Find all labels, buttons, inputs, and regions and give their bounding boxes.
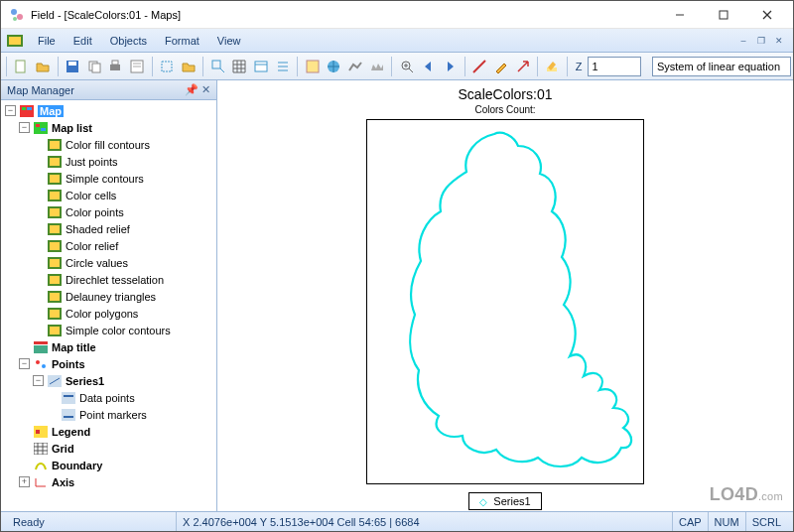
layer-icon [47, 239, 63, 253]
open-button[interactable] [33, 56, 54, 77]
chart-title: ScaleColors:01 [459, 86, 553, 102]
tree-node-boundary[interactable]: Boundary [1, 457, 216, 473]
open2-button[interactable] [178, 56, 198, 77]
next-button[interactable] [440, 56, 461, 77]
menubar: File Edit Objects Format View – ❐ ✕ [1, 29, 793, 53]
measure-button[interactable] [469, 56, 490, 77]
tree-node-layer[interactable]: Just points [1, 153, 216, 170]
svg-rect-14 [110, 65, 120, 70]
svg-rect-8 [9, 37, 21, 45]
number-input[interactable] [588, 57, 641, 76]
collapse-icon[interactable]: − [33, 375, 44, 386]
layer-icon [47, 324, 63, 337]
zoom-area-button[interactable] [207, 56, 228, 77]
boundary-icon [33, 459, 49, 472]
list-button[interactable] [273, 56, 294, 77]
table-button[interactable] [251, 56, 272, 77]
tree-node-layer[interactable]: Direchlet tesselation [1, 271, 216, 288]
plot-area[interactable] [366, 119, 644, 484]
crown-button[interactable] [367, 56, 388, 77]
mdi-minimize-button[interactable]: – [735, 34, 751, 48]
preview-button[interactable] [127, 56, 148, 77]
menu-objects[interactable]: Objects [101, 32, 156, 50]
print-button[interactable] [105, 56, 126, 77]
copy-button[interactable] [83, 56, 104, 77]
tree-node-layer[interactable]: Delauney triangles [1, 288, 216, 305]
tree-node-layer[interactable]: Color relief [1, 237, 216, 254]
status-scrl: SCRL [745, 512, 787, 531]
expand-icon[interactable]: + [19, 476, 30, 487]
tree-node-points[interactable]: − Points [1, 355, 216, 372]
layer-icon [47, 189, 63, 202]
chart-legend: ◇ Series1 [468, 492, 541, 510]
pencil-button[interactable] [491, 56, 512, 77]
svg-rect-70 [62, 392, 75, 404]
surface-button[interactable] [345, 56, 366, 77]
tree-node-grid[interactable]: Grid [1, 440, 216, 457]
tree-node-legend[interactable]: Legend [1, 423, 216, 440]
tree-node-series1[interactable]: − Series1 [1, 372, 216, 389]
status-cap: CAP [672, 512, 708, 531]
menu-format[interactable]: Format [156, 32, 208, 50]
window-close-button[interactable] [745, 1, 789, 29]
window-maximize-button[interactable] [702, 1, 745, 29]
point-markers-icon [61, 408, 76, 422]
layer-icon [47, 205, 63, 219]
layer-icon [47, 273, 63, 287]
layer-icon [47, 138, 63, 152]
tree-node-data-points[interactable]: Data points [1, 389, 216, 406]
tree-node-axis[interactable]: + Axis [1, 473, 216, 490]
tree-item-label: Simple color contours [66, 325, 171, 336]
tree-node-point-markers[interactable]: Point markers [1, 406, 216, 423]
tree-node-map[interactable]: − Map [1, 102, 216, 119]
save-button[interactable] [62, 56, 82, 77]
system-combo[interactable] [652, 57, 791, 76]
tree-node-layer[interactable]: Color fill contours [1, 136, 216, 153]
layer-icon [47, 256, 63, 270]
tree-node-layer[interactable]: Circle values [1, 254, 216, 271]
svg-line-32 [473, 61, 485, 72]
points-icon [33, 357, 49, 371]
collapse-icon[interactable]: − [19, 122, 30, 133]
collapse-icon[interactable]: − [19, 358, 30, 369]
select-button[interactable] [157, 56, 178, 77]
tree-node-layer[interactable]: Simple contours [1, 170, 216, 187]
tree-node-layer[interactable]: Shaded relief [1, 220, 216, 237]
svg-rect-41 [50, 141, 60, 149]
tree-node-map-title[interactable]: Map title [1, 338, 216, 355]
layer-icon [47, 172, 63, 186]
tree-item-label: Color points [66, 206, 124, 218]
chart-subtitle: Colors Count: [474, 104, 535, 115]
title-icon [33, 340, 49, 354]
tree-node-layer[interactable]: Color cells [1, 187, 216, 203]
3d-view-button[interactable] [324, 56, 344, 77]
zoom-in-button[interactable] [396, 56, 417, 77]
tree-view[interactable]: − Map − Map list Color fill contoursJust… [1, 100, 216, 511]
grid-button[interactable] [229, 56, 250, 77]
prev-button[interactable] [418, 56, 439, 77]
menu-file[interactable]: File [29, 32, 65, 50]
tree-node-layer[interactable]: Simple color contours [1, 322, 216, 338]
tree-node-map-list[interactable]: − Map list [1, 119, 216, 136]
svg-rect-49 [50, 208, 60, 216]
tree-item-label: Circle values [66, 257, 128, 269]
svg-rect-51 [50, 225, 60, 233]
window-minimize-button[interactable] [658, 1, 702, 29]
collapse-icon[interactable]: − [5, 105, 16, 116]
new-button[interactable] [11, 56, 32, 77]
panel-close-button[interactable]: ✕ [198, 83, 212, 96]
panel-pin-button[interactable]: 📌 [185, 83, 198, 96]
arrow-button[interactable] [512, 56, 533, 77]
svg-point-66 [36, 360, 40, 364]
mdi-restore-button[interactable]: ❐ [753, 34, 769, 48]
mdi-close-button[interactable]: ✕ [771, 34, 787, 48]
map-button[interactable] [302, 56, 323, 77]
menu-view[interactable]: View [208, 32, 250, 50]
menu-edit[interactable]: Edit [65, 32, 101, 50]
svg-rect-4 [720, 11, 728, 19]
tree-node-layer[interactable]: Color polygons [1, 305, 216, 322]
tree-node-layer[interactable]: Color points [1, 203, 216, 220]
svg-rect-75 [36, 430, 40, 434]
highlight-button[interactable] [542, 56, 563, 77]
panel-title: Map Manager [7, 84, 74, 96]
